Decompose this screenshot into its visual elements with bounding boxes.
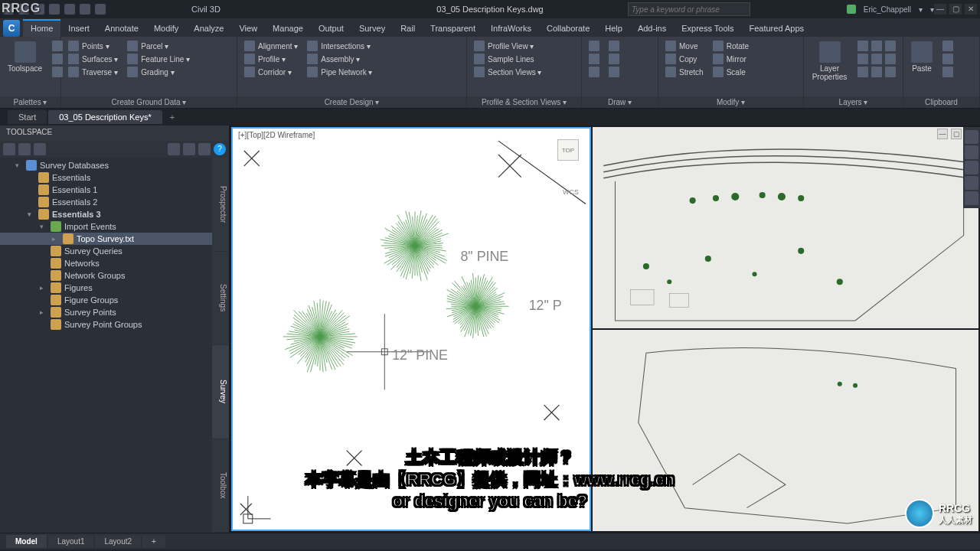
viewport-label[interactable]: [+][Top][2D Wireframe] [236, 130, 317, 140]
design-alignment-button[interactable]: Alignment ▾ [242, 40, 300, 52]
ps-section-button[interactable]: Section Views ▾ [472, 66, 544, 78]
panel-label-palettes[interactable]: Palettes ▾ [0, 96, 60, 108]
sidetab-settings[interactable]: Settings [212, 252, 229, 346]
tree-item-essentials-1[interactable]: Essentials 1 [0, 184, 212, 196]
close-button[interactable]: ✕ [965, 4, 977, 15]
ground-feature-button[interactable]: Feature Line ▾ [125, 53, 192, 65]
ribbon-tab-transparent[interactable]: Transparent [423, 21, 483, 37]
help-icon[interactable]: ? [214, 143, 226, 155]
nav-showmotion-icon[interactable] [965, 191, 978, 205]
ground-points-button[interactable]: Points ▾ [66, 40, 120, 52]
draw-line-button[interactable] [586, 40, 602, 52]
match-button[interactable] [940, 66, 956, 78]
ps-sample-button[interactable]: Sample Lines [472, 53, 544, 65]
ribbon-tab-insert[interactable]: Insert [60, 21, 97, 37]
modify-scale-button[interactable]: Scale [710, 66, 751, 78]
toolspace-tree[interactable]: ▾Survey DatabasesEssentialsEssentials 1E… [0, 158, 212, 533]
copy-button[interactable] [940, 53, 956, 65]
panel-label-draw[interactable]: Draw ▾ [582, 96, 658, 108]
viewcube[interactable]: TOP [553, 135, 583, 165]
modify-rotate-button[interactable]: Rotate [710, 40, 751, 52]
help-search-input[interactable] [628, 2, 750, 16]
ribbon-tab-help[interactable]: Help [597, 21, 630, 37]
ribbon-tab-manage[interactable]: Manage [265, 21, 311, 37]
modify-mirror-button[interactable]: Mirror [710, 53, 751, 65]
modify-stretch-button[interactable]: Stretch [663, 66, 706, 78]
nav-zoom-icon[interactable] [965, 161, 978, 174]
qat-open-icon[interactable] [18, 4, 29, 15]
nav-wheel-icon[interactable] [965, 130, 978, 144]
layer-match-button[interactable] [855, 66, 898, 78]
design-assembly-button[interactable]: Assembly ▾ [305, 53, 374, 65]
ps-profile-button[interactable]: Profile View ▾ [472, 40, 544, 52]
signin-icon[interactable] [847, 5, 856, 14]
ts-tool-5[interactable] [183, 143, 195, 155]
tree-item-figure-groups[interactable]: Figure Groups [0, 294, 212, 306]
ground-grading-button[interactable]: Grading ▾ [125, 66, 192, 78]
ts-tool-4[interactable] [168, 143, 180, 155]
ts-tool-6[interactable] [198, 143, 211, 155]
tree-item-survey-point-groups[interactable]: Survey Point Groups [0, 318, 212, 331]
panel-label-design[interactable]: Create Design ▾ [237, 96, 466, 108]
cut-button[interactable] [940, 40, 956, 52]
qat-saveas-icon[interactable] [49, 4, 60, 15]
ribbon-tab-annotate[interactable]: Annotate [97, 21, 146, 37]
draw-circle-button[interactable] [586, 66, 602, 78]
ribbon-tab-output[interactable]: Output [311, 21, 351, 37]
qat-plot-icon[interactable] [64, 4, 75, 15]
tree-item-topo-survey-txt[interactable]: ▸Topo Survey.txt [0, 233, 212, 245]
ribbon-tab-infraworks[interactable]: InfraWorks [483, 21, 539, 37]
paste-button[interactable]: Paste [908, 40, 936, 74]
viewport-top-right[interactable]: — ▢ ✕ [593, 127, 978, 328]
ribbon-tab-express-tools[interactable]: Express Tools [674, 21, 741, 37]
vp-min-icon[interactable]: — [937, 129, 948, 139]
tree-item-survey-points[interactable]: ▸Survey Points [0, 306, 212, 318]
application-menu-button[interactable]: C [3, 20, 20, 37]
design-pipe-button[interactable]: Pipe Network ▾ [305, 66, 374, 78]
tree-item-networks[interactable]: Networks [0, 257, 212, 269]
ribbon-tab-modify[interactable]: Modify [146, 21, 186, 37]
ribbon-tab-view[interactable]: View [231, 21, 265, 37]
toolspace-button[interactable]: Toolspace [5, 40, 45, 74]
tree-item-essentials[interactable]: Essentials [0, 171, 212, 184]
panel-label-ground[interactable]: Create Ground Data ▾ [61, 96, 237, 108]
nav-orbit-icon[interactable] [965, 176, 978, 190]
sidetab-toolbox[interactable]: Toolbox [212, 439, 229, 533]
layer-properties-button[interactable]: Layer Properties [808, 40, 851, 83]
draw-rect-button[interactable] [606, 53, 622, 65]
ribbon-tab-survey[interactable]: Survey [351, 21, 393, 37]
ground-traverse-button[interactable]: Traverse ▾ [66, 66, 120, 78]
doc-tab-1[interactable]: 03_05 Description Keys* [48, 110, 162, 124]
qat-undo-icon[interactable] [80, 4, 90, 15]
nav-pan-icon[interactable] [965, 145, 978, 159]
modify-move-button[interactable]: Move [663, 40, 706, 52]
layout-tab-layout1[interactable]: Layout1 [48, 535, 94, 548]
viewcube-top[interactable]: TOP [557, 139, 579, 161]
tree-item-essentials-2[interactable]: Essentials 2 [0, 196, 212, 208]
tree-item-network-groups[interactable]: Network Groups [0, 269, 212, 282]
chevron-down-icon[interactable]: ▾ [919, 5, 923, 14]
tree-item-figures[interactable]: ▸Figures [0, 282, 212, 294]
modify-copy-button[interactable]: Copy [663, 53, 706, 65]
sidetab-survey[interactable]: Survey [212, 345, 229, 439]
tree-item-import-events[interactable]: ▾Import Events [0, 220, 212, 233]
qat-save-icon[interactable] [34, 4, 44, 15]
panel-label-layers[interactable]: Layers ▾ [804, 96, 903, 108]
ground-surfaces-button[interactable]: Surfaces ▾ [66, 53, 120, 65]
layer-iso-button[interactable] [855, 53, 898, 65]
ribbon-tab-collaborate[interactable]: Collaborate [539, 21, 597, 37]
ribbon-tab-add-ins[interactable]: Add-ins [630, 21, 674, 37]
tree-item-survey-databases[interactable]: ▾Survey Databases [0, 159, 212, 171]
layout-tab-layout2[interactable]: Layout2 [95, 535, 141, 548]
panel-label-modify[interactable]: Modify ▾ [658, 96, 803, 108]
ribbon-tab-analyze[interactable]: Analyze [186, 21, 231, 37]
tree-item-survey-queries[interactable]: Survey Queries [0, 245, 212, 257]
ground-parcel-button[interactable]: Parcel ▾ [125, 40, 192, 52]
new-doc-tab-button[interactable]: + [164, 111, 181, 123]
qat-new-icon[interactable] [3, 4, 14, 15]
maximize-button[interactable]: ▢ [949, 4, 962, 15]
layout-tab-model[interactable]: Model [6, 535, 47, 548]
doc-tab-0[interactable]: Start [8, 110, 47, 124]
draw-arc-button[interactable] [586, 53, 602, 65]
ribbon-tab-home[interactable]: Home [23, 19, 60, 37]
